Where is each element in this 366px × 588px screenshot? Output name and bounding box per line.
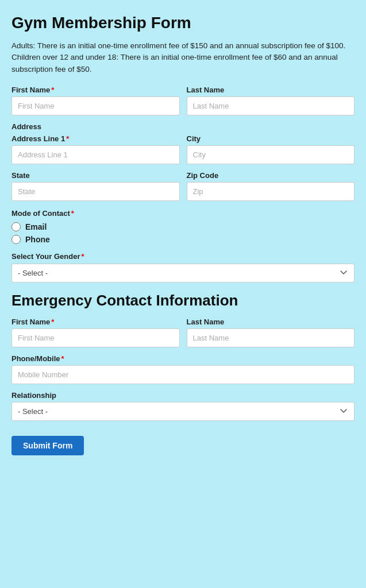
relationship-label: Relationship xyxy=(11,391,355,400)
first-name-group: First Name* xyxy=(11,86,180,115)
last-name-label: Last Name xyxy=(187,86,355,94)
first-name-input[interactable] xyxy=(11,96,180,115)
address-line1-group: Address Line 1* xyxy=(11,134,180,164)
relationship-group: Relationship - Select - Spouse Parent Si… xyxy=(11,391,355,421)
city-label: City xyxy=(187,134,355,143)
state-group: State xyxy=(11,171,180,201)
emergency-name-row: First Name* Last Name xyxy=(11,318,355,347)
address-line1-input[interactable] xyxy=(11,145,180,164)
page-container: Gym Membership Form Adults: There is an … xyxy=(0,0,366,588)
phone-input[interactable] xyxy=(11,365,355,384)
zip-label: Zip Code xyxy=(187,171,355,180)
radio-email-input[interactable] xyxy=(11,222,21,231)
first-name-label: First Name* xyxy=(11,86,180,94)
state-label: State xyxy=(11,171,180,180)
required-marker: * xyxy=(51,86,54,94)
intro-line2: Children over 12 and under 18: There is … xyxy=(11,53,338,73)
gender-select[interactable]: - Select - Male Female Non-binary Prefer… xyxy=(11,264,355,283)
submit-button[interactable]: Submit Form xyxy=(11,436,84,455)
name-row: First Name* Last Name xyxy=(11,86,355,115)
emergency-first-name-group: First Name* xyxy=(11,318,180,347)
radio-phone-input[interactable] xyxy=(11,235,21,244)
zip-input[interactable] xyxy=(187,182,355,201)
radio-phone-option[interactable]: Phone xyxy=(11,235,355,244)
mode-of-contact-label: Mode of Contact* xyxy=(11,209,355,218)
phone-label: Phone/Mobile* xyxy=(11,354,355,363)
last-name-group: Last Name xyxy=(187,86,355,115)
address-section: Address Address Line 1* City xyxy=(11,122,355,201)
address-row: Address Line 1* City xyxy=(11,134,355,164)
emergency-last-name-label: Last Name xyxy=(187,318,355,326)
last-name-input[interactable] xyxy=(187,96,355,115)
page-title: Gym Membership Form xyxy=(11,14,355,32)
radio-email-label: Email xyxy=(25,222,47,231)
radio-phone-label: Phone xyxy=(25,235,50,244)
radio-email-option[interactable]: Email xyxy=(11,222,355,231)
address-section-label: Address xyxy=(11,122,355,131)
emergency-first-name-label: First Name* xyxy=(11,318,180,326)
emergency-first-name-input[interactable] xyxy=(11,328,180,347)
intro-text: Adults: There is an initial one-time enr… xyxy=(11,40,355,75)
state-zip-row: State Zip Code xyxy=(11,171,355,201)
city-input[interactable] xyxy=(187,145,355,164)
mode-of-contact-group: Mode of Contact* Email Phone xyxy=(11,209,355,244)
emergency-last-name-group: Last Name xyxy=(187,318,355,347)
intro-line1: Adults: There is an initial one-time enr… xyxy=(11,41,345,50)
state-input[interactable] xyxy=(11,182,180,201)
phone-group: Phone/Mobile* xyxy=(11,354,355,384)
zip-group: Zip Code xyxy=(187,171,355,201)
gender-group: Select Your Gender* - Select - Male Fema… xyxy=(11,252,355,283)
emergency-last-name-input[interactable] xyxy=(187,328,355,347)
address-line1-label: Address Line 1* xyxy=(11,134,180,143)
emergency-section-title: Emergency Contact Information xyxy=(11,292,355,310)
gender-label: Select Your Gender* xyxy=(11,252,355,261)
membership-form: First Name* Last Name Address Address Li… xyxy=(11,86,355,455)
city-group: City xyxy=(187,134,355,164)
relationship-select[interactable]: - Select - Spouse Parent Sibling Friend … xyxy=(11,402,355,421)
